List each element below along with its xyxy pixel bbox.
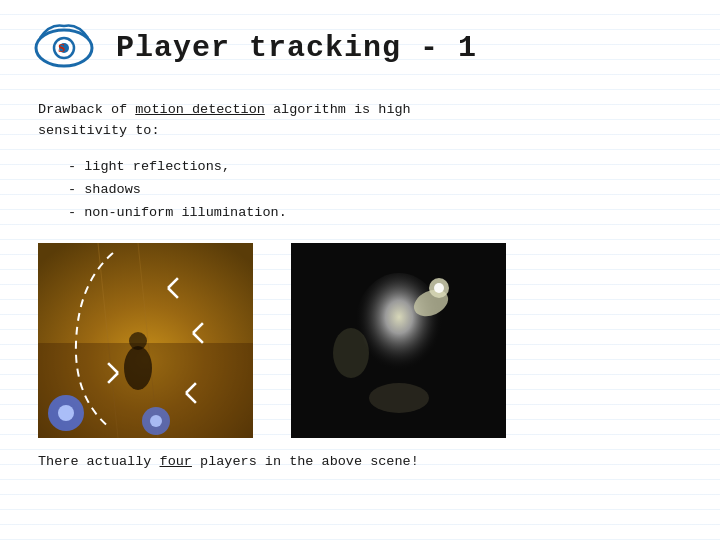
bullet-item-1: - light reflections, — [68, 156, 690, 179]
drawback-text-line1: Drawback of motion detection algorithm i… — [38, 100, 690, 121]
logo-icon: S — [30, 18, 98, 78]
svg-point-21 — [129, 332, 147, 350]
page-title: Player tracking - 1 — [116, 31, 477, 65]
images-row — [38, 243, 690, 438]
svg-point-27 — [369, 383, 429, 413]
drawback-text-line2: sensitivity to: — [38, 121, 690, 142]
svg-point-9 — [58, 405, 74, 421]
page-content: S Player tracking - 1 Drawback of motion… — [0, 0, 720, 487]
footer-text: There actually four players in the above… — [38, 454, 690, 469]
svg-point-11 — [150, 415, 162, 427]
svg-point-28 — [333, 328, 369, 378]
motion-detection-image — [291, 243, 506, 438]
header: S Player tracking - 1 — [30, 18, 690, 78]
court-tracking-image — [38, 243, 253, 438]
main-text-block: Drawback of motion detection algorithm i… — [38, 100, 690, 225]
svg-point-26 — [434, 283, 444, 293]
four-link: four — [160, 454, 192, 469]
bullet-list: - light reflections, - shadows - non-uni… — [68, 156, 690, 225]
svg-point-20 — [124, 346, 152, 390]
bullet-item-2: - shadows — [68, 179, 690, 202]
of-text: of — [111, 102, 127, 117]
svg-text:S: S — [58, 40, 65, 55]
bullet-item-3: - non-uniform illumination. — [68, 202, 690, 225]
court-svg — [38, 243, 253, 438]
detection-svg — [291, 243, 506, 438]
motion-detection-link: motion detection — [135, 102, 265, 117]
court-overlay — [38, 243, 253, 438]
